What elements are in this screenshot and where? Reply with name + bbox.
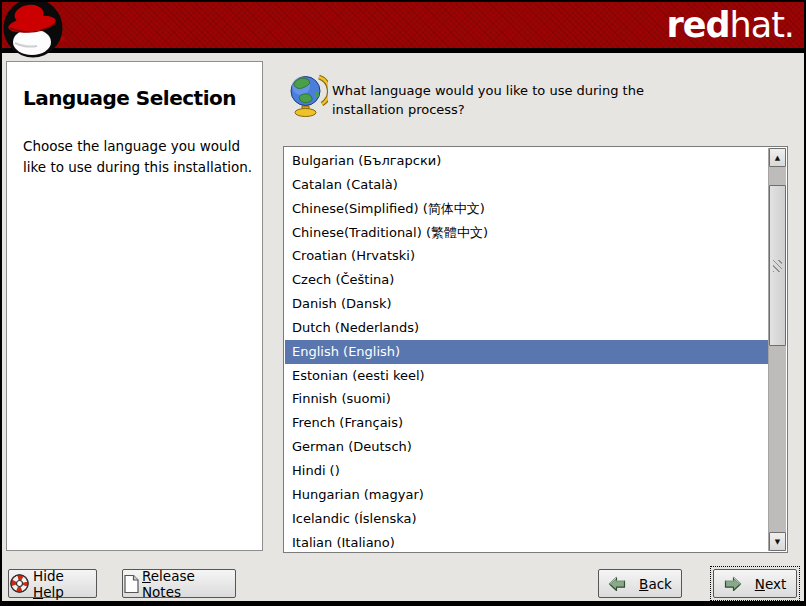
scroll-down-icon: ▼ <box>775 538 780 546</box>
language-list: Bulgarian (Български)Catalan (Català)Chi… <box>285 147 768 551</box>
installer-window: redhat. ® Language Selection Choose the … <box>0 0 806 606</box>
wordmark-rest: hat. <box>730 5 794 45</box>
list-item[interactable]: Chinese(Traditional) (繁體中文) <box>285 221 768 245</box>
scroll-down-button[interactable]: ▼ <box>769 532 786 551</box>
release-notes-button[interactable]: Release Notes <box>122 569 236 598</box>
help-panel: Language Selection Choose the language y… <box>6 61 263 551</box>
wordmark-bold: red <box>666 5 729 45</box>
hide-help-label: Hide Help <box>33 568 96 600</box>
list-item[interactable]: Dutch (Nederlands) <box>285 316 768 340</box>
list-item[interactable]: Chinese(Simplified) (简体中文) <box>285 197 768 221</box>
svg-text:®: ® <box>59 36 66 44</box>
list-item[interactable]: Croatian (Hrvatski) <box>285 244 768 268</box>
question-text: What language would you like to use duri… <box>332 81 684 119</box>
back-button[interactable]: Back <box>598 569 682 598</box>
list-item[interactable]: Hindi () <box>285 459 768 483</box>
list-item[interactable]: Catalan (Català) <box>285 173 768 197</box>
next-arrow-icon <box>724 576 742 592</box>
list-item[interactable]: Bulgarian (Български) <box>285 149 768 173</box>
list-item[interactable]: Hungarian (magyar) <box>285 483 768 507</box>
list-item[interactable]: Finnish (suomi) <box>285 387 768 411</box>
next-button-focus-ring: Next <box>710 566 800 601</box>
language-listbox: Bulgarian (Български)Catalan (Català)Chi… <box>283 146 788 553</box>
list-item[interactable]: Danish (Dansk) <box>285 292 768 316</box>
hide-help-button[interactable]: Hide Help <box>8 569 97 598</box>
scrollbar[interactable]: ▲ ▼ <box>768 148 786 551</box>
list-item[interactable]: Italian (Italiano) <box>285 531 768 552</box>
scrollbar-thumb[interactable] <box>769 185 786 346</box>
page-title: Language Selection <box>23 86 248 110</box>
header-banner: redhat. <box>2 2 804 48</box>
redhat-shadowman-logo-icon: ® <box>2 1 68 63</box>
list-item[interactable]: German (Deutsch) <box>285 435 768 459</box>
help-text: Choose the language you would like to us… <box>23 136 255 178</box>
next-label: Next <box>755 576 786 592</box>
document-icon <box>123 574 140 594</box>
back-arrow-icon <box>608 576 626 592</box>
list-item[interactable]: English (English) <box>285 340 768 364</box>
list-item[interactable]: Estonian (eesti keel) <box>285 364 768 388</box>
content-area: Language Selection Choose the language y… <box>2 53 804 601</box>
back-label: Back <box>639 576 672 592</box>
scroll-up-button[interactable]: ▲ <box>769 148 786 167</box>
release-notes-label: Release Notes <box>142 568 235 600</box>
scroll-up-icon: ▲ <box>775 154 780 162</box>
list-item[interactable]: Icelandic (Íslenska) <box>285 507 768 531</box>
next-button[interactable]: Next <box>713 569 797 598</box>
redhat-wordmark: redhat. <box>666 6 794 44</box>
globe-icon <box>288 70 328 118</box>
list-item[interactable]: Czech (Čeština) <box>285 268 768 292</box>
life-preserver-icon <box>9 573 30 594</box>
list-item[interactable]: French (Français) <box>285 411 768 435</box>
